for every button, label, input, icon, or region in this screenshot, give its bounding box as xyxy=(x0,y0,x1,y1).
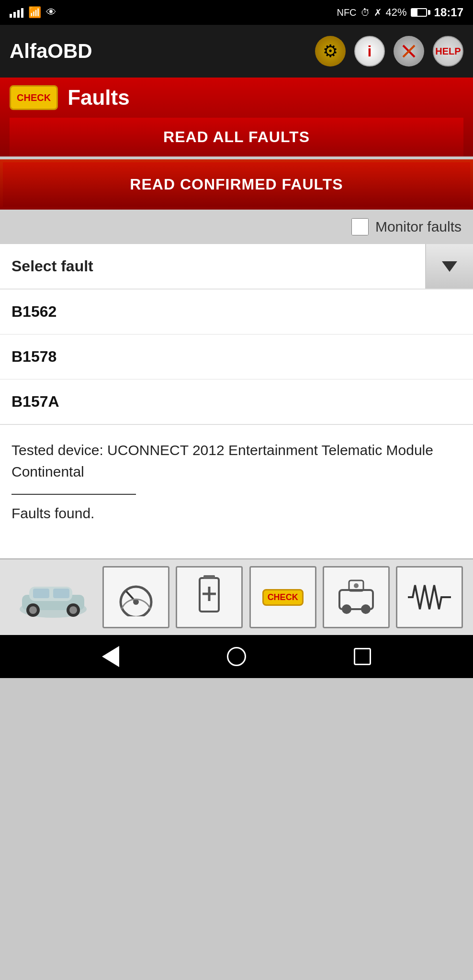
select-fault-row[interactable]: Select fault xyxy=(0,244,473,290)
back-button[interactable] xyxy=(99,645,123,668)
eye-icon: 👁 xyxy=(46,6,56,19)
header-icons: ⚙ i HELP xyxy=(315,36,463,67)
nav-gauge-button[interactable] xyxy=(102,566,169,628)
alarm-icon: ⏱ xyxy=(360,7,370,18)
svg-rect-6 xyxy=(53,589,69,598)
wave-icon xyxy=(405,580,453,614)
nfc-icon: NFC xyxy=(337,7,356,18)
check-badge-nav: CHECK xyxy=(262,589,304,606)
nav-check-button[interactable]: CHECK xyxy=(249,566,316,628)
svg-point-8 xyxy=(29,606,37,614)
android-nav-bar xyxy=(0,635,473,678)
nav-car-image xyxy=(10,566,96,628)
bottom-nav-bar: CHECK xyxy=(0,558,473,635)
battery-icon xyxy=(411,8,430,17)
app-header: AlfaOBD ⚙ i HELP xyxy=(0,25,473,78)
device-info-text: Tested device: UCONNECT 2012 Entertainme… xyxy=(11,439,462,482)
signal-icon xyxy=(10,7,23,18)
svg-point-10 xyxy=(69,606,77,614)
svg-point-19 xyxy=(342,604,351,614)
wifi-icon: 📶 xyxy=(28,6,41,19)
bluetooth-icon: ✗ xyxy=(374,7,382,18)
read-confirmed-section: READ CONFIRMED FAULTS xyxy=(0,159,473,210)
check-badge: CHECK xyxy=(10,85,58,110)
car-svg xyxy=(15,573,91,621)
info-area: Tested device: UCONNECT 2012 Entertainme… xyxy=(0,424,473,558)
faults-title: Faults xyxy=(68,86,130,110)
battery-percentage: 42% xyxy=(386,6,407,19)
recents-button[interactable] xyxy=(350,645,374,668)
home-icon xyxy=(227,647,246,666)
home-button[interactable] xyxy=(225,645,248,668)
dropdown-arrow-button[interactable] xyxy=(425,244,473,289)
app-title: AlfaOBD xyxy=(10,40,301,63)
fault-dropdown-container: Select fault B1562 B1578 B157A xyxy=(0,244,473,424)
battery-nav-icon xyxy=(190,573,228,621)
faults-header: CHECK Faults READ ALL FAULTS xyxy=(0,78,473,156)
select-fault-label: Select fault xyxy=(0,244,425,289)
svg-rect-5 xyxy=(33,589,49,598)
svg-point-20 xyxy=(361,604,371,614)
fault-item-b157a[interactable]: B157A xyxy=(0,379,473,424)
fault-item-b1562[interactable]: B1562 xyxy=(0,290,473,334)
engine-icon xyxy=(335,576,378,619)
svg-point-22 xyxy=(354,583,359,588)
recents-icon xyxy=(354,648,371,665)
tools-icon[interactable] xyxy=(394,36,424,67)
arrow-down-icon xyxy=(442,261,457,272)
gauge-icon xyxy=(114,578,158,616)
monitor-faults-row: Monitor faults xyxy=(0,210,473,244)
status-bar-right: NFC ⏱ ✗ 42% 18:17 xyxy=(337,6,463,19)
gear-icon[interactable]: ⚙ xyxy=(315,36,346,67)
status-bar-left: 📶 👁 xyxy=(10,6,56,19)
monitor-faults-checkbox[interactable] xyxy=(351,218,369,235)
read-confirmed-faults-button[interactable]: READ CONFIRMED FAULTS xyxy=(3,162,470,207)
nav-engine-button[interactable] xyxy=(323,566,390,628)
nav-battery-button[interactable] xyxy=(176,566,243,628)
info-icon[interactable]: i xyxy=(354,36,385,67)
monitor-faults-label: Monitor faults xyxy=(375,219,462,235)
time-display: 18:17 xyxy=(434,6,463,19)
status-bar: 📶 👁 NFC ⏱ ✗ 42% 18:17 xyxy=(0,0,473,25)
help-icon[interactable]: HELP xyxy=(433,36,463,67)
fault-item-b1578[interactable]: B1578 xyxy=(0,334,473,379)
svg-rect-15 xyxy=(203,575,215,579)
faults-found-text: Faults found. xyxy=(11,502,462,524)
back-icon xyxy=(102,646,119,667)
info-divider xyxy=(11,494,136,495)
faults-title-row: CHECK Faults xyxy=(10,85,463,110)
read-all-faults-button[interactable]: READ ALL FAULTS xyxy=(10,118,463,156)
nav-wave-button[interactable] xyxy=(396,566,463,628)
